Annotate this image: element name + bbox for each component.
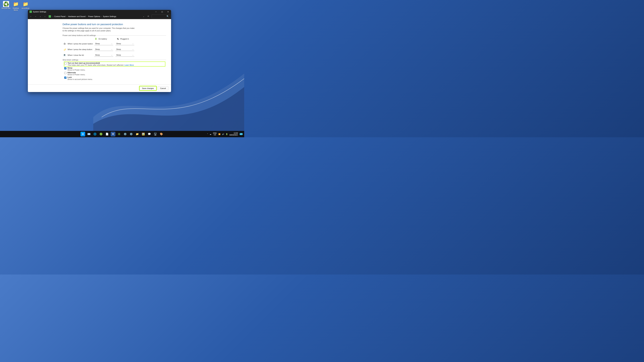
- nav-forward-button[interactable]: →: [33, 14, 38, 19]
- option-title: Turn on fast start-up (recommended): [68, 62, 134, 64]
- battery-tray-icon[interactable]: 🔋: [226, 133, 228, 135]
- taskbar: ⊞ 📧 🌐 🟢 📄 W ✳️ ⚙️ ⚙️ 📁 🖼️ 💬 🖥️ 🎨 ˄ ☁ ENG…: [0, 131, 244, 137]
- breadcrumb-item[interactable]: System Settings: [103, 15, 116, 17]
- row-close-lid: 💻 When I close the lid: Sleep⌄ Sleep⌄: [62, 53, 165, 57]
- taskbar-app-chrome[interactable]: 🟢: [98, 132, 103, 136]
- sleep-button-battery-dropdown[interactable]: Sleep⌄: [94, 48, 113, 51]
- fast-startup-option: Turn on fast start-up (recommended) This…: [64, 62, 165, 66]
- power-button-plugged-dropdown[interactable]: Sleep⌄: [116, 42, 134, 45]
- learn-more-link[interactable]: Learn More: [124, 64, 134, 66]
- lid-plugged-dropdown[interactable]: Sleep⌄: [116, 54, 134, 57]
- close-button[interactable]: ✕: [165, 10, 171, 13]
- power-button-icon: ⏻: [62, 42, 66, 46]
- taskbar-app-wechat[interactable]: 💬: [147, 132, 152, 136]
- option-title: Sleep: [68, 67, 85, 69]
- nav-up-button[interactable]: ↑: [42, 14, 47, 19]
- taskbar-app-photos[interactable]: 🖼️: [141, 132, 146, 136]
- clock-date: 04/03/2022: [230, 134, 238, 136]
- option-subtitle: Show in Power menu.: [68, 73, 85, 76]
- desktop-folder-items[interactable]: 📁 Desktop Items: [11, 1, 21, 11]
- language-indicator[interactable]: ENG US: [213, 132, 217, 136]
- chevron-down-icon: ⌄: [132, 54, 134, 56]
- clock-time: 13:09: [230, 132, 238, 134]
- system-tray: ˄ ☁ ENG US 📶 🔊 🔋 13:09 04/03/2022 27: [207, 132, 243, 136]
- plug-icon: 🔌: [116, 37, 119, 40]
- taskbar-app-monitor[interactable]: 🖥️: [153, 132, 158, 136]
- chevron-right-icon: ›: [101, 15, 102, 17]
- taskbar-app-browser[interactable]: 🌐: [92, 132, 97, 136]
- start-button[interactable]: ⊞: [80, 132, 85, 136]
- page-heading: Define power buttons and turn on passwor…: [62, 23, 165, 26]
- volume-icon[interactable]: 🔊: [222, 133, 224, 135]
- cancel-button[interactable]: Cancel: [158, 86, 168, 90]
- column-label: Plugged in: [120, 38, 129, 40]
- search-input[interactable]: 🔍: [152, 14, 170, 18]
- hibernate-checkbox[interactable]: [64, 72, 66, 74]
- taskbar-app-slack[interactable]: ✳️: [117, 132, 122, 136]
- row-sleep-button: 🌙 When I press the sleep button: Sleep⌄ …: [62, 47, 165, 51]
- lid-battery-dropdown[interactable]: Sleep⌄: [94, 54, 113, 57]
- nav-back-button[interactable]: ←: [28, 14, 33, 19]
- system-settings-window: System Settings ─ ▢ ✕ ← → ⌄ ↑ › Control …: [28, 10, 171, 92]
- chevron-right-icon: ›: [86, 15, 87, 17]
- fast-startup-checkbox[interactable]: [64, 62, 66, 64]
- taskbar-app-word[interactable]: W: [111, 132, 116, 136]
- option-title: Hibernate: [68, 71, 85, 73]
- column-on-battery: 🔋 On battery: [94, 37, 116, 40]
- taskbar-app-settings[interactable]: ⚙️: [123, 132, 128, 136]
- chevron-right-icon: ›: [53, 15, 53, 17]
- sleep-checkbox[interactable]: [64, 67, 66, 69]
- lock-checkbox[interactable]: [64, 77, 66, 79]
- taskbar-app-paint[interactable]: 🎨: [159, 132, 164, 136]
- breadcrumb-item[interactable]: Power Options: [88, 15, 100, 17]
- taskbar-app-gear[interactable]: ⚙️: [129, 132, 134, 136]
- desktop-recycle-bin[interactable]: ♻️ Recycle Bin: [1, 1, 11, 9]
- recycle-bin-icon: ♻️: [3, 1, 9, 7]
- chevron-down-icon: ⌄: [111, 48, 112, 50]
- app-icon: [30, 10, 32, 13]
- option-subtitle: Show in Power menu.: [68, 69, 85, 71]
- sleep-option: Sleep Show in Power menu.: [64, 67, 165, 71]
- taskbar-app-outlook[interactable]: 📧: [86, 132, 91, 136]
- chevron-down-icon: ⌄: [132, 48, 134, 50]
- window-titlebar[interactable]: System Settings ─ ▢ ✕: [28, 10, 171, 13]
- desktop-icon-label: Desktop Items: [11, 7, 21, 11]
- desktop-folder-recordings[interactable]: 📁 recordings: [20, 1, 30, 9]
- column-plugged-in: 🔌 Plugged in: [116, 37, 138, 40]
- wifi-icon[interactable]: 📶: [218, 133, 220, 135]
- power-button-battery-dropdown[interactable]: Sleep⌄: [94, 42, 113, 45]
- folder-icon: 📁: [22, 1, 28, 7]
- desktop-icon-label: Recycle Bin: [1, 7, 11, 9]
- folder-icon: 📁: [13, 1, 19, 7]
- row-label: When I press the power button:: [68, 43, 94, 45]
- window-title: System Settings: [33, 11, 46, 13]
- clock[interactable]: 13:09 04/03/2022: [230, 132, 238, 136]
- save-changes-button[interactable]: Save changes: [140, 86, 156, 90]
- desktop-icon-label: recordings: [20, 7, 30, 9]
- lid-icon: 💻: [62, 53, 66, 57]
- maximize-button[interactable]: ▢: [159, 10, 165, 13]
- column-label: On battery: [98, 38, 107, 40]
- lock-option: Lock Show in account picture menu.: [64, 76, 165, 80]
- taskbar-app-notes[interactable]: 📄: [105, 132, 109, 136]
- option-subtitle: This helps start your PC faster after sh…: [68, 64, 134, 66]
- nav-recent-button[interactable]: ⌄: [38, 14, 42, 19]
- refresh-button[interactable]: ⟳: [146, 14, 150, 19]
- sleep-button-plugged-dropdown[interactable]: Sleep⌄: [116, 48, 134, 51]
- tray-overflow-button[interactable]: ˄: [207, 133, 208, 135]
- chevron-down-icon: ⌄: [132, 43, 134, 44]
- address-dropdown-button[interactable]: ⌄: [141, 14, 146, 19]
- minimize-button[interactable]: ─: [153, 10, 159, 13]
- section-power-sleep-label: Power and sleep buttons and lid settings: [62, 34, 165, 36]
- taskbar-app-explorer[interactable]: 📁: [135, 132, 140, 136]
- breadcrumb-item[interactable]: Control Panel: [54, 15, 66, 17]
- lang-secondary: US: [213, 134, 217, 136]
- search-icon: 🔍: [166, 15, 169, 17]
- option-title: Lock: [68, 76, 92, 78]
- onedrive-icon[interactable]: ☁: [210, 133, 211, 135]
- notification-badge[interactable]: 27: [240, 133, 243, 135]
- breadcrumb-icon: [49, 15, 51, 17]
- breadcrumb-item[interactable]: Hardware and Sound: [68, 15, 86, 17]
- option-subtitle: Show in account picture menu.: [68, 78, 92, 80]
- page-description: Choose the power settings that you want …: [62, 27, 136, 32]
